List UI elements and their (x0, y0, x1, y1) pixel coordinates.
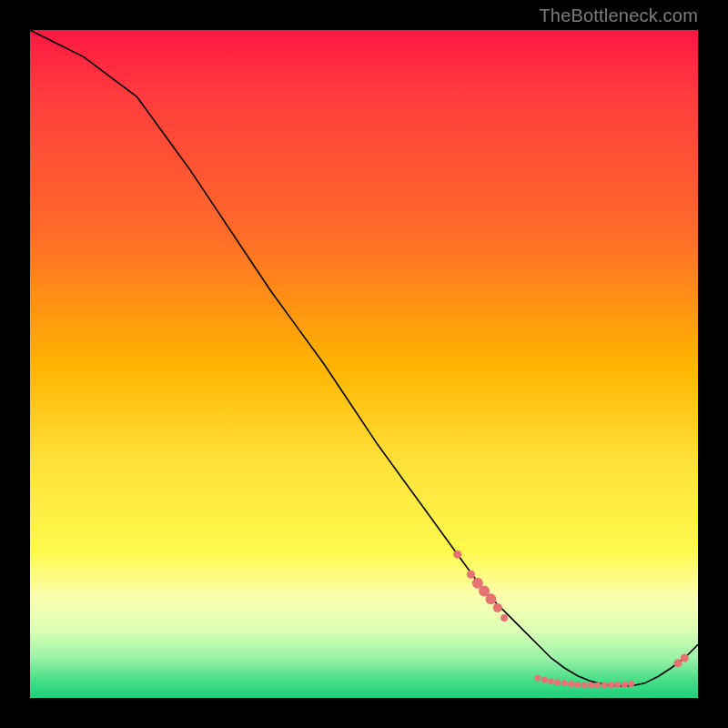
data-dot (681, 653, 689, 662)
data-dot (561, 680, 568, 686)
data-dot (594, 682, 601, 689)
data-dot (493, 603, 502, 612)
data-dot (673, 659, 682, 667)
data-dot (568, 681, 574, 687)
data-dot (554, 680, 561, 686)
data-dot (485, 593, 496, 604)
data-dot (479, 586, 490, 597)
data-dot (628, 681, 634, 687)
curve-line (30, 30, 698, 686)
data-dot (472, 578, 483, 589)
data-dots (453, 551, 689, 689)
data-dot (453, 551, 461, 559)
data-dot (500, 614, 508, 622)
watermark-text: TheBottleneck.com (539, 5, 698, 26)
data-dot (602, 682, 608, 689)
plot-area (30, 30, 698, 698)
data-dot (467, 571, 475, 579)
data-dot (608, 682, 614, 689)
chart-svg (30, 30, 698, 698)
data-dot (581, 682, 588, 689)
data-dot (614, 682, 621, 688)
data-dot (622, 682, 628, 688)
data-dot (588, 682, 594, 689)
data-dot (541, 677, 548, 683)
data-dot (548, 678, 554, 684)
data-dot (574, 682, 581, 688)
chart-stage: TheBottleneck.com (0, 0, 728, 728)
data-dot (534, 674, 541, 681)
